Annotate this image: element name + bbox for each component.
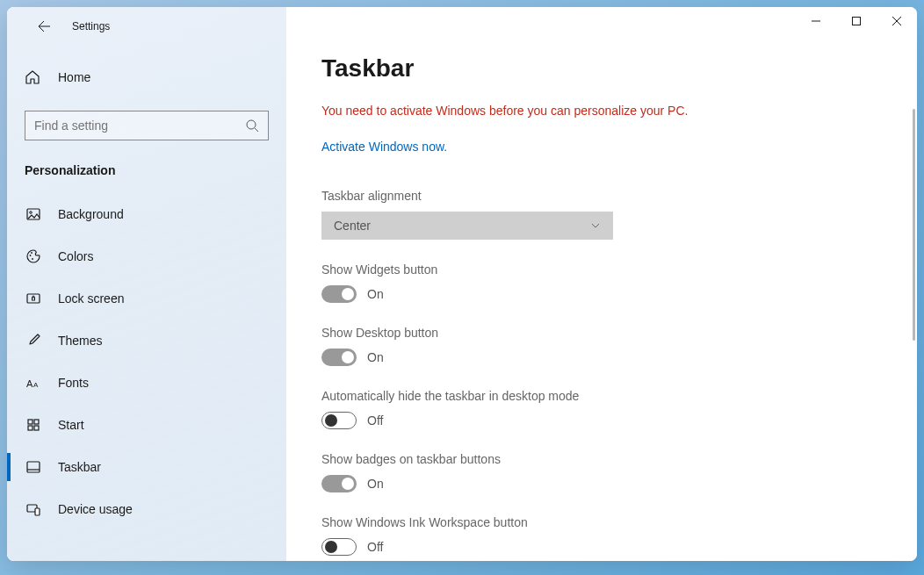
sidebar-item-lockscreen[interactable]: Lock screen [25,277,269,320]
sidebar-item-background[interactable]: Background [25,193,269,235]
widgets-toggle[interactable] [321,285,357,303]
titlebar: Settings [7,7,286,46]
toggle-label: Show Widgets button [321,262,882,277]
svg-text:A: A [26,378,33,389]
svg-point-3 [30,255,32,256]
toggle-label: Show Desktop button [321,326,882,340]
toggle-label: Automatically hide the taskbar in deskto… [321,389,882,403]
home-icon [25,69,42,85]
device-usage-icon [25,501,42,517]
section-header: Personalization [25,163,269,177]
home-label: Home [58,70,90,84]
nav-label: Background [58,207,124,221]
toggle-state: Off [367,540,383,554]
svg-point-5 [32,258,33,260]
palette-icon [25,248,42,264]
svg-rect-19 [853,18,861,25]
paintbrush-icon [25,333,42,349]
search-box[interactable] [25,111,269,140]
fonts-icon: AA [25,375,42,391]
svg-point-2 [30,212,32,214]
svg-point-0 [247,120,256,129]
minimize-button[interactable] [796,7,836,35]
alignment-dropdown[interactable]: Center [321,212,613,240]
svg-text:A: A [33,381,39,389]
svg-rect-12 [28,426,32,430]
back-button[interactable] [28,11,60,42]
taskbar-icon [25,459,42,475]
svg-rect-7 [32,298,35,300]
back-arrow-icon [37,19,51,33]
nav-label: Themes [58,334,103,348]
svg-rect-13 [34,426,39,430]
nav-label: Device usage [58,502,133,516]
close-icon [892,17,901,25]
sidebar-item-start[interactable]: Start [25,404,269,446]
close-button[interactable] [877,7,917,35]
nav-label: Colors [58,249,93,263]
nav-label: Lock screen [58,291,124,305]
toggle-state: On [367,350,384,364]
activation-warning: You need to activate Windows before you … [321,104,882,118]
toggle-state: Off [367,413,383,428]
minimize-icon [812,17,820,25]
svg-point-4 [31,252,32,254]
sidebar-item-deviceusage[interactable]: Device usage [25,488,269,530]
setting-ink-workspace: Show Windows Ink Workspace button Off [321,515,882,556]
nav-label: Taskbar [58,460,101,474]
setting-widgets: Show Widgets button On [321,262,882,303]
desktop-button-toggle[interactable] [321,349,357,366]
maximize-icon [852,17,861,25]
setting-autohide: Automatically hide the taskbar in deskto… [321,389,882,429]
image-icon [25,206,42,222]
sidebar: Settings Home Personalization Backgroun [7,7,286,561]
sidebar-item-fonts[interactable]: AA Fonts [25,362,269,404]
toggle-label: Show badges on taskbar buttons [321,452,882,466]
scrollbar[interactable] [913,109,915,341]
page-title: Taskbar [321,54,882,83]
window-controls [796,7,917,35]
start-icon [25,417,42,433]
nav-label: Fonts [58,376,89,390]
sidebar-item-home[interactable]: Home [25,60,269,95]
toggle-label: Show Windows Ink Workspace button [321,515,882,529]
sidebar-content: Home Personalization Background [7,46,286,530]
maximize-button[interactable] [836,7,877,35]
nav-label: Start [58,418,84,432]
search-input[interactable] [34,119,245,133]
sidebar-item-taskbar[interactable]: Taskbar [25,446,269,488]
ink-workspace-toggle[interactable] [321,538,357,556]
settings-window: Settings Home Personalization Backgroun [7,7,917,561]
setting-desktop-button: Show Desktop button On [321,326,882,366]
sidebar-item-themes[interactable]: Themes [25,320,269,362]
autohide-toggle[interactable] [321,412,357,429]
toggle-state: On [367,477,384,491]
setting-alignment: Taskbar alignment Center [321,189,882,240]
dropdown-value: Center [334,219,371,233]
setting-badges: Show badges on taskbar buttons On [321,452,882,492]
content-area: Taskbar You need to activate Windows bef… [286,7,917,561]
svg-rect-10 [28,420,32,424]
nav-list: Background Colors Lock screen [25,193,269,530]
main-panel: Taskbar You need to activate Windows bef… [286,7,917,561]
activate-link[interactable]: Activate Windows now. [321,140,447,154]
svg-rect-14 [27,462,40,472]
chevron-down-icon [590,220,601,231]
alignment-label: Taskbar alignment [321,189,882,203]
search-icon [245,119,259,133]
svg-rect-11 [34,420,39,424]
svg-rect-17 [35,508,40,515]
toggle-state: On [367,287,384,301]
app-title: Settings [72,20,110,32]
sidebar-item-colors[interactable]: Colors [25,235,269,277]
badges-toggle[interactable] [321,475,357,492]
lockscreen-icon [25,291,42,306]
